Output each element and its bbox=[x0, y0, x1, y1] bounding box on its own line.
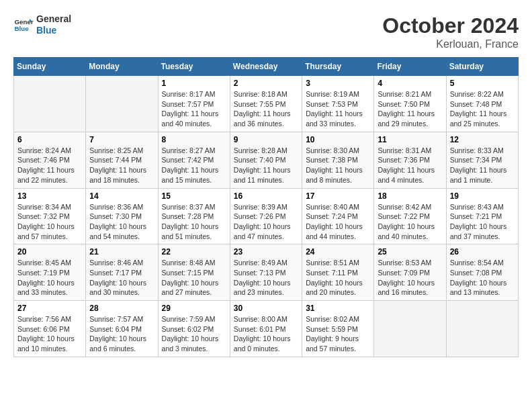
day-detail: Sunrise: 8:00 AMSunset: 6:01 PMDaylight:… bbox=[234, 314, 298, 354]
day-number: 31 bbox=[306, 304, 370, 313]
header-cell-saturday: Saturday bbox=[446, 58, 518, 76]
calendar-cell: 23Sunrise: 8:49 AMSunset: 7:13 PMDayligh… bbox=[230, 244, 302, 301]
calendar-cell: 13Sunrise: 8:34 AMSunset: 7:32 PMDayligh… bbox=[14, 188, 86, 244]
day-detail: Sunrise: 8:34 AMSunset: 7:32 PMDaylight:… bbox=[17, 202, 82, 242]
header-cell-wednesday: Wednesday bbox=[230, 58, 302, 76]
day-detail: Sunrise: 8:24 AMSunset: 7:46 PMDaylight:… bbox=[17, 146, 82, 185]
calendar-header: SundayMondayTuesdayWednesdayThursdayFrid… bbox=[14, 58, 519, 76]
header-row: SundayMondayTuesdayWednesdayThursdayFrid… bbox=[14, 58, 519, 76]
day-number: 20 bbox=[17, 247, 82, 257]
calendar-cell: 1Sunrise: 8:17 AMSunset: 7:57 PMDaylight… bbox=[158, 76, 230, 132]
day-number: 12 bbox=[450, 135, 515, 144]
day-detail: Sunrise: 8:53 AMSunset: 7:09 PMDaylight:… bbox=[378, 258, 442, 298]
calendar-cell bbox=[446, 301, 518, 357]
day-number: 26 bbox=[450, 247, 515, 257]
svg-text:Blue: Blue bbox=[15, 25, 30, 32]
day-number: 18 bbox=[378, 191, 442, 201]
calendar-cell: 4Sunrise: 8:21 AMSunset: 7:50 PMDaylight… bbox=[374, 76, 446, 132]
calendar-cell: 16Sunrise: 8:39 AMSunset: 7:26 PMDayligh… bbox=[230, 188, 302, 244]
day-detail: Sunrise: 8:51 AMSunset: 7:11 PMDaylight:… bbox=[306, 258, 370, 298]
day-detail: Sunrise: 8:49 AMSunset: 7:13 PMDaylight:… bbox=[234, 258, 298, 298]
day-number: 9 bbox=[234, 135, 298, 144]
day-number: 11 bbox=[378, 135, 442, 144]
day-detail: Sunrise: 8:28 AMSunset: 7:40 PMDaylight:… bbox=[234, 146, 298, 185]
day-detail: Sunrise: 8:42 AMSunset: 7:22 PMDaylight:… bbox=[378, 202, 442, 242]
day-detail: Sunrise: 8:40 AMSunset: 7:24 PMDaylight:… bbox=[306, 202, 370, 242]
calendar-week-0: 1Sunrise: 8:17 AMSunset: 7:57 PMDaylight… bbox=[14, 76, 519, 132]
day-detail: Sunrise: 8:25 AMSunset: 7:44 PMDaylight:… bbox=[89, 146, 154, 185]
day-number: 8 bbox=[162, 135, 226, 144]
day-detail: Sunrise: 8:18 AMSunset: 7:55 PMDaylight:… bbox=[234, 89, 298, 129]
day-detail: Sunrise: 8:43 AMSunset: 7:21 PMDaylight:… bbox=[450, 202, 515, 242]
day-number: 10 bbox=[306, 135, 370, 144]
logo: General Blue General Blue bbox=[13, 13, 71, 36]
calendar-cell: 9Sunrise: 8:28 AMSunset: 7:40 PMDaylight… bbox=[230, 132, 302, 188]
day-detail: Sunrise: 8:21 AMSunset: 7:50 PMDaylight:… bbox=[378, 89, 442, 129]
day-number: 25 bbox=[378, 247, 442, 257]
day-number: 27 bbox=[17, 304, 82, 313]
calendar-cell: 15Sunrise: 8:37 AMSunset: 7:28 PMDayligh… bbox=[158, 188, 230, 244]
day-detail: Sunrise: 8:45 AMSunset: 7:19 PMDaylight:… bbox=[17, 258, 82, 298]
day-number: 15 bbox=[162, 191, 226, 201]
calendar-cell: 14Sunrise: 8:36 AMSunset: 7:30 PMDayligh… bbox=[86, 188, 158, 244]
day-number: 24 bbox=[306, 247, 370, 257]
calendar-cell: 12Sunrise: 8:33 AMSunset: 7:34 PMDayligh… bbox=[446, 132, 518, 188]
day-detail: Sunrise: 8:17 AMSunset: 7:57 PMDaylight:… bbox=[162, 89, 226, 129]
day-number: 28 bbox=[89, 304, 154, 313]
day-detail: Sunrise: 8:48 AMSunset: 7:15 PMDaylight:… bbox=[162, 258, 226, 298]
header-cell-thursday: Thursday bbox=[302, 58, 374, 76]
calendar-cell bbox=[14, 76, 86, 132]
calendar-cell: 25Sunrise: 8:53 AMSunset: 7:09 PMDayligh… bbox=[374, 244, 446, 301]
calendar-subtitle: Kerlouan, France bbox=[382, 38, 519, 50]
day-detail: Sunrise: 8:37 AMSunset: 7:28 PMDaylight:… bbox=[162, 202, 226, 242]
day-number: 22 bbox=[162, 247, 226, 257]
calendar-week-4: 27Sunrise: 7:56 AMSunset: 6:06 PMDayligh… bbox=[14, 301, 519, 357]
calendar-cell: 8Sunrise: 8:27 AMSunset: 7:42 PMDaylight… bbox=[158, 132, 230, 188]
day-number: 21 bbox=[89, 247, 154, 257]
calendar-cell: 20Sunrise: 8:45 AMSunset: 7:19 PMDayligh… bbox=[14, 244, 86, 301]
day-number: 6 bbox=[17, 135, 82, 144]
calendar-cell: 19Sunrise: 8:43 AMSunset: 7:21 PMDayligh… bbox=[446, 188, 518, 244]
day-detail: Sunrise: 8:30 AMSunset: 7:38 PMDaylight:… bbox=[306, 146, 370, 185]
logo-line2: Blue bbox=[36, 25, 71, 36]
header-cell-sunday: Sunday bbox=[14, 58, 86, 76]
day-detail: Sunrise: 7:57 AMSunset: 6:04 PMDaylight:… bbox=[89, 314, 154, 354]
calendar-cell: 18Sunrise: 8:42 AMSunset: 7:22 PMDayligh… bbox=[374, 188, 446, 244]
day-number: 2 bbox=[234, 79, 298, 88]
header-cell-monday: Monday bbox=[86, 58, 158, 76]
calendar-cell: 22Sunrise: 8:48 AMSunset: 7:15 PMDayligh… bbox=[158, 244, 230, 301]
day-number: 16 bbox=[234, 191, 298, 201]
header-cell-friday: Friday bbox=[374, 58, 446, 76]
day-number: 13 bbox=[17, 191, 82, 201]
calendar-cell: 28Sunrise: 7:57 AMSunset: 6:04 PMDayligh… bbox=[86, 301, 158, 357]
calendar-week-1: 6Sunrise: 8:24 AMSunset: 7:46 PMDaylight… bbox=[14, 132, 519, 188]
day-number: 7 bbox=[89, 135, 154, 144]
day-number: 29 bbox=[162, 304, 226, 313]
calendar-cell bbox=[86, 76, 158, 132]
title-block: October 2024 Kerlouan, France bbox=[382, 13, 519, 50]
day-detail: Sunrise: 7:56 AMSunset: 6:06 PMDaylight:… bbox=[17, 314, 82, 354]
day-detail: Sunrise: 8:36 AMSunset: 7:30 PMDaylight:… bbox=[89, 202, 154, 242]
calendar-week-3: 20Sunrise: 8:45 AMSunset: 7:19 PMDayligh… bbox=[14, 244, 519, 301]
day-number: 3 bbox=[306, 79, 370, 88]
day-detail: Sunrise: 8:33 AMSunset: 7:34 PMDaylight:… bbox=[450, 146, 515, 185]
calendar-cell: 3Sunrise: 8:19 AMSunset: 7:53 PMDaylight… bbox=[302, 76, 374, 132]
day-number: 1 bbox=[162, 79, 226, 88]
calendar-cell: 27Sunrise: 7:56 AMSunset: 6:06 PMDayligh… bbox=[14, 301, 86, 357]
calendar-cell: 7Sunrise: 8:25 AMSunset: 7:44 PMDaylight… bbox=[86, 132, 158, 188]
page-header: General Blue General Blue October 2024 K… bbox=[13, 13, 519, 50]
day-number: 19 bbox=[450, 191, 515, 201]
day-detail: Sunrise: 8:22 AMSunset: 7:48 PMDaylight:… bbox=[450, 89, 515, 129]
calendar-cell: 5Sunrise: 8:22 AMSunset: 7:48 PMDaylight… bbox=[446, 76, 518, 132]
calendar-cell: 30Sunrise: 8:00 AMSunset: 6:01 PMDayligh… bbox=[230, 301, 302, 357]
calendar-cell: 29Sunrise: 7:59 AMSunset: 6:02 PMDayligh… bbox=[158, 301, 230, 357]
day-number: 5 bbox=[450, 79, 515, 88]
calendar-cell: 10Sunrise: 8:30 AMSunset: 7:38 PMDayligh… bbox=[302, 132, 374, 188]
day-detail: Sunrise: 8:31 AMSunset: 7:36 PMDaylight:… bbox=[378, 146, 442, 185]
calendar-cell: 26Sunrise: 8:54 AMSunset: 7:08 PMDayligh… bbox=[446, 244, 518, 301]
calendar-cell: 11Sunrise: 8:31 AMSunset: 7:36 PMDayligh… bbox=[374, 132, 446, 188]
calendar-cell: 6Sunrise: 8:24 AMSunset: 7:46 PMDaylight… bbox=[14, 132, 86, 188]
day-detail: Sunrise: 8:27 AMSunset: 7:42 PMDaylight:… bbox=[162, 146, 226, 185]
logo-line1: General bbox=[36, 13, 71, 25]
day-detail: Sunrise: 7:59 AMSunset: 6:02 PMDaylight:… bbox=[162, 314, 226, 354]
